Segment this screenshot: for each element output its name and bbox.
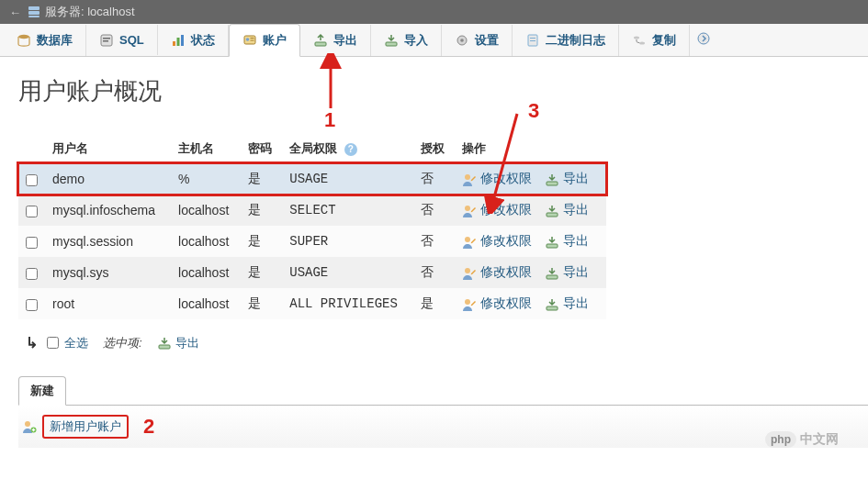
check-all[interactable]: 全选 bbox=[47, 335, 88, 351]
export-icon bbox=[545, 295, 559, 311]
cell-password: 是 bbox=[241, 288, 282, 319]
row-checkbox[interactable] bbox=[26, 268, 38, 280]
cell-grant: 否 bbox=[413, 257, 455, 288]
svg-rect-1 bbox=[28, 11, 39, 15]
cell-user: mysql.infoschema bbox=[45, 195, 171, 226]
edit-privileges-link[interactable]: 修改权限 bbox=[480, 264, 532, 281]
edit-privileges-link[interactable]: 修改权限 bbox=[480, 202, 532, 218]
server-breadcrumb-bar: ← 服务器: localhost bbox=[0, 0, 868, 24]
tab-label: 导出 bbox=[333, 32, 357, 49]
svg-point-26 bbox=[465, 206, 470, 211]
cell-action: 修改权限导出 bbox=[455, 163, 606, 195]
tab-label: 复制 bbox=[652, 32, 676, 49]
arrow-up-icon: ↳ bbox=[26, 334, 38, 351]
cell-password: 是 bbox=[241, 195, 282, 226]
add-user-icon bbox=[22, 419, 37, 435]
cell-grant: 否 bbox=[413, 195, 455, 226]
table-row: demo%是USAGE否修改权限导出 bbox=[18, 163, 606, 195]
col-username: 用户名 bbox=[45, 135, 171, 163]
tab-settings[interactable]: 设置 bbox=[442, 25, 513, 56]
svg-point-21 bbox=[634, 36, 639, 39]
cell-user: mysql.sys bbox=[45, 257, 171, 288]
edit-privileges-icon bbox=[462, 295, 477, 311]
row-export-link[interactable]: 导出 bbox=[563, 171, 589, 187]
cell-host: localhost bbox=[171, 288, 241, 319]
check-all-label[interactable]: 全选 bbox=[64, 335, 88, 351]
tab-replication[interactable]: 复制 bbox=[619, 25, 690, 56]
tab-export[interactable]: 导出 bbox=[300, 25, 371, 56]
svg-rect-7 bbox=[173, 41, 175, 46]
edit-privileges-link[interactable]: 修改权限 bbox=[480, 233, 532, 250]
cell-password: 是 bbox=[241, 163, 282, 195]
tab-more[interactable] bbox=[690, 32, 717, 48]
row-checkbox[interactable] bbox=[26, 206, 38, 217]
watermark: php中文网 bbox=[765, 431, 839, 448]
with-selected-label: 选中项: bbox=[103, 335, 142, 351]
svg-point-30 bbox=[465, 268, 470, 273]
col-action: 操作 bbox=[455, 135, 606, 163]
tab-status[interactable]: 状态 bbox=[158, 25, 229, 56]
user-accounts-table: 用户名 主机名 密码 全局权限 ? 授权 操作 demo%是USAGE否修改权限… bbox=[18, 135, 606, 319]
table-row: mysql.sessionlocalhost是SUPER否修改权限导出 bbox=[18, 226, 606, 257]
cell-grant: 是 bbox=[413, 288, 455, 319]
svg-rect-33 bbox=[547, 306, 558, 310]
cell-global-priv: SELECT bbox=[282, 195, 413, 226]
cell-password: 是 bbox=[241, 257, 282, 288]
svg-rect-19 bbox=[530, 38, 535, 39]
gear-icon bbox=[455, 32, 469, 48]
edit-privileges-link[interactable]: 修改权限 bbox=[480, 295, 532, 312]
row-checkbox[interactable] bbox=[26, 174, 38, 186]
col-password: 密码 bbox=[241, 135, 282, 163]
col-global-priv: 全局权限 ? bbox=[282, 135, 413, 163]
svg-rect-14 bbox=[315, 42, 326, 46]
row-checkbox[interactable] bbox=[26, 299, 38, 311]
export-icon bbox=[545, 233, 559, 249]
tab-label: 状态 bbox=[191, 32, 215, 49]
cell-global-priv: USAGE bbox=[282, 163, 413, 195]
col-grant: 授权 bbox=[413, 135, 455, 163]
cell-host: % bbox=[171, 163, 241, 195]
cell-action: 修改权限导出 bbox=[455, 288, 606, 319]
check-all-checkbox[interactable] bbox=[47, 337, 59, 349]
cell-host: localhost bbox=[171, 226, 241, 257]
tab-database[interactable]: 数据库 bbox=[4, 25, 86, 56]
cell-global-priv: SUPER bbox=[282, 226, 413, 257]
back-icon[interactable]: ← bbox=[9, 6, 21, 19]
svg-point-22 bbox=[639, 41, 645, 44]
cell-grant: 否 bbox=[413, 163, 455, 195]
svg-rect-13 bbox=[250, 40, 254, 41]
cell-action: 修改权限导出 bbox=[455, 195, 606, 226]
svg-rect-0 bbox=[28, 6, 39, 10]
cell-action: 修改权限导出 bbox=[455, 226, 606, 257]
top-tab-bar: 数据库 SQL 状态 账户 导出 导入 设置 二进制日志 bbox=[0, 24, 868, 57]
export-icon bbox=[313, 32, 328, 48]
svg-rect-12 bbox=[250, 38, 254, 39]
cell-global-priv: USAGE bbox=[282, 257, 413, 288]
server-breadcrumb-link[interactable]: 服务器: localhost bbox=[45, 4, 135, 20]
tab-import[interactable]: 导入 bbox=[371, 25, 442, 56]
tab-label: 数据库 bbox=[37, 32, 73, 49]
row-export-link[interactable]: 导出 bbox=[563, 295, 589, 312]
row-checkbox[interactable] bbox=[26, 237, 38, 249]
edit-privileges-link[interactable]: 修改权限 bbox=[480, 171, 532, 187]
page-title: 用户账户概况 bbox=[18, 75, 850, 107]
export-icon bbox=[545, 202, 559, 217]
tab-accounts[interactable]: 账户 bbox=[229, 24, 300, 57]
edit-privileges-icon bbox=[462, 233, 477, 249]
cell-user: mysql.session bbox=[45, 226, 171, 257]
add-user-link[interactable]: 新增用户账户 bbox=[42, 415, 129, 439]
cell-grant: 否 bbox=[413, 226, 455, 257]
tab-sql[interactable]: SQL bbox=[86, 25, 158, 55]
row-export-link[interactable]: 导出 bbox=[563, 233, 589, 250]
table-row: rootlocalhost是ALL PRIVILEGES是修改权限导出 bbox=[18, 288, 606, 319]
help-icon[interactable]: ? bbox=[344, 143, 357, 156]
bulk-export-link[interactable]: 导出 bbox=[175, 335, 199, 351]
cell-host: localhost bbox=[171, 195, 241, 226]
edit-privileges-icon bbox=[462, 171, 477, 186]
tab-binlog[interactable]: 二进制日志 bbox=[513, 25, 619, 56]
svg-rect-27 bbox=[547, 213, 558, 217]
cell-global-priv: ALL PRIVILEGES bbox=[282, 288, 413, 319]
row-export-link[interactable]: 导出 bbox=[563, 264, 589, 281]
export-icon bbox=[545, 264, 559, 280]
row-export-link[interactable]: 导出 bbox=[563, 202, 589, 218]
